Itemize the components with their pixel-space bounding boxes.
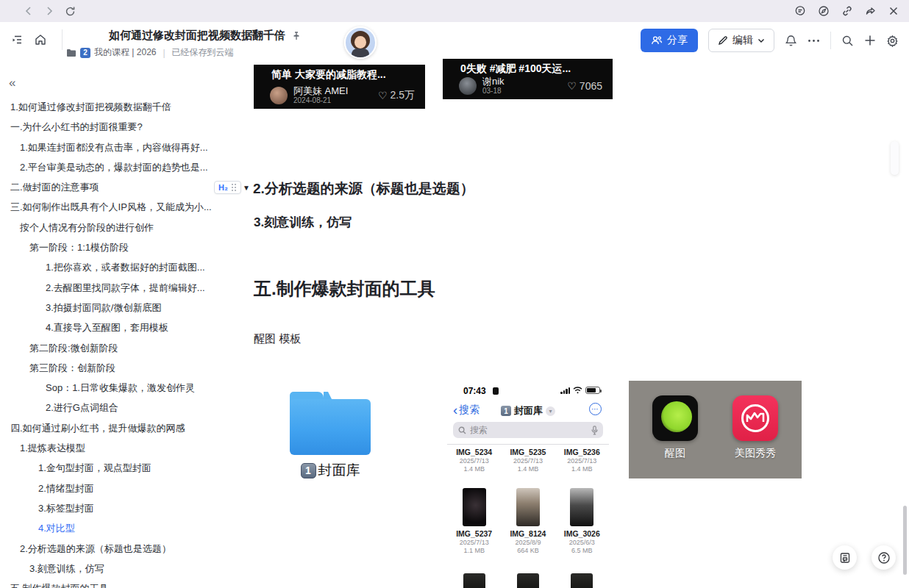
toc-item[interactable]: 1.如何通过修改封面把视频数据翻千倍 <box>0 97 215 117</box>
folder-number-badge: 2 <box>80 48 90 58</box>
toc-item[interactable]: 1.提炼表达模型 <box>0 438 215 458</box>
author-name: 阿美妹 AMEI <box>293 86 348 96</box>
block-type-handle[interactable]: H₂ <box>214 181 241 194</box>
battery-icon <box>585 387 600 394</box>
toc-item[interactable]: 3.标签型封面 <box>0 498 215 518</box>
compass-icon[interactable] <box>818 5 830 17</box>
settings-gear-icon[interactable] <box>886 35 899 47</box>
section-heading[interactable]: 3.刻意训练，仿写 <box>254 214 352 231</box>
file-date: 2025/7/13 <box>555 457 609 465</box>
chevron-down-icon[interactable]: ▾ <box>546 406 555 416</box>
toc-item[interactable]: 4.直接导入至醒图，套用模板 <box>0 318 215 337</box>
share-window-icon[interactable] <box>865 5 877 17</box>
video-cover-card[interactable]: 0失败 #减肥 #100天运... 谢nik 03-18 ♡7065 <box>443 59 613 99</box>
toolbar-divider <box>830 32 831 49</box>
author-name: 谢nik <box>482 76 505 87</box>
sidebar-scroll-handle[interactable] <box>891 141 899 175</box>
file-item[interactable]: IMG_5236 2025/7/13 1.4 MB <box>555 448 609 473</box>
publish-date: 2024-08-21 <box>293 96 348 105</box>
section-heading[interactable]: 2.分析选题的来源（标题也是选题） <box>253 179 474 198</box>
file-item[interactable]: IMG_8124 2025/8/9 664 KB <box>501 488 555 555</box>
cellular-signal-icon <box>560 387 570 394</box>
toc-item[interactable]: 第三阶段：创新阶段 <box>0 358 215 378</box>
edit-button[interactable]: 编辑 <box>708 29 774 52</box>
app-xingtu[interactable]: 醒图 <box>652 395 699 478</box>
breadcrumb-folder-name[interactable]: 我的课程 | 2026 <box>94 46 156 59</box>
toc-item[interactable]: 二.做封面的注意事项 <box>0 177 215 197</box>
question-mark-icon <box>877 551 891 564</box>
toc-item-active[interactable]: 4.对比型 <box>0 518 215 538</box>
more-options-icon[interactable]: ⋯ <box>589 403 602 415</box>
sidebar-collapse-icon[interactable]: « <box>9 76 15 89</box>
browser-back-icon[interactable] <box>24 6 34 16</box>
comment-icon[interactable] <box>794 5 806 17</box>
share-button[interactable]: 分享 <box>641 29 698 52</box>
close-window-icon[interactable] <box>888 6 899 16</box>
toc-item[interactable]: 1.把你喜欢，或者数据好的封面截图... <box>0 257 215 277</box>
document-title: 如何通过修改封面把视频数据翻千倍 <box>109 29 285 43</box>
video-cover-card[interactable]: 简单 大家要的减脂教程... 阿美妹 AMEI 2024-08-21 ♡2.5万 <box>254 65 425 109</box>
toc-item[interactable]: 第一阶段：1:1模仿阶段 <box>0 237 215 257</box>
document-toolbar: 如何通过修改封面把视频数据翻千倍 2 我的课程 | 2026 | 已经保存到云端… <box>0 22 909 60</box>
app-name: 醒图 <box>652 447 699 460</box>
home-icon[interactable] <box>34 33 47 46</box>
search-icon[interactable] <box>841 35 854 47</box>
xingtu-app-icon <box>652 395 698 441</box>
toc-item[interactable]: 2.去醒图里找同款字体，提前编辑好... <box>0 278 215 298</box>
breadcrumb[interactable]: 2 我的课程 | 2026 | 已经保存到云端 <box>66 46 234 59</box>
drag-handle-icon[interactable] <box>231 183 237 192</box>
more-ellipsis-icon[interactable] <box>808 39 820 43</box>
file-item[interactable]: IMG_5234 2025/7/13 1.4 MB <box>447 448 501 473</box>
link-icon[interactable] <box>841 5 853 17</box>
browser-refresh-icon[interactable] <box>65 6 76 17</box>
toc-item[interactable]: 三.如何制作出既具有个人IP风格，又能成为小... <box>0 197 215 217</box>
file-item[interactable]: IMG_3026 2025/6/3 6.5 MB <box>555 488 609 555</box>
heart-icon: ♡ <box>378 90 388 101</box>
user-avatar[interactable] <box>344 26 377 59</box>
file-name: IMG_5236 <box>555 448 609 457</box>
toc-item[interactable]: 3.刻意训练，仿写 <box>0 559 215 578</box>
wifi-icon <box>573 387 582 394</box>
section-heading-tools[interactable]: 五.制作爆款封面的工具 <box>254 277 435 301</box>
file-item[interactable]: IMG_5237 2025/7/13 1.1 MB <box>447 488 501 555</box>
divider <box>447 444 609 445</box>
toc-item[interactable]: 四.如何通过刷小红书，提升做爆款的网感 <box>0 418 215 438</box>
toc-item[interactable]: 1.金句型封面，观点型封面 <box>0 458 215 478</box>
notification-bell-icon[interactable] <box>785 35 797 47</box>
help-button[interactable] <box>871 545 896 570</box>
toc-item[interactable]: 五.制作爆款封面的工具 <box>0 578 215 588</box>
toc-item[interactable]: 按个人情况有分阶段的进行创作 <box>0 218 215 237</box>
toc-item[interactable]: 2.进行G点词组合 <box>0 398 215 417</box>
people-icon <box>651 35 663 46</box>
pin-icon[interactable] <box>291 31 302 41</box>
toc-item[interactable]: Sop：1.日常收集爆款，激发创作灵 <box>0 378 215 398</box>
breadcrumb-separator: | <box>163 48 165 58</box>
create-new-icon[interactable] <box>864 35 876 46</box>
folder-name: 封面库 <box>318 461 360 480</box>
file-thumbnail <box>516 488 540 526</box>
file-name: IMG_3026 <box>555 529 609 539</box>
search-input[interactable]: 搜索 <box>453 422 603 438</box>
toc-item[interactable]: 1.如果连封面都没有点击率，内容做得再好... <box>0 137 215 157</box>
file-date: 2025/7/13 <box>447 539 501 547</box>
browser-forward-icon[interactable] <box>44 6 54 16</box>
toc-item[interactable]: 2.分析选题的来源（标题也是选题） <box>0 539 215 559</box>
file-size: 1.1 MB <box>447 547 501 555</box>
collapse-caret-icon[interactable]: ▼ <box>243 184 250 192</box>
toc-item[interactable]: 一.为什么小红书的封面很重要? <box>0 117 215 137</box>
toc-item[interactable]: 第二阶段:微创新阶段 <box>0 338 215 358</box>
toc-item[interactable]: 3.拍摄封面同款/微创新底图 <box>0 298 215 318</box>
feedback-button[interactable] <box>833 545 857 570</box>
toc-item[interactable]: 2.情绪型封面 <box>0 478 215 498</box>
app-meitu[interactable]: 美图秀秀 <box>732 395 779 478</box>
folder-shortcut[interactable]: 1 封面库 <box>283 392 377 480</box>
search-icon <box>458 426 466 434</box>
outline-toggle-icon[interactable] <box>10 33 24 46</box>
scrollbar-thumb[interactable] <box>903 506 907 575</box>
file-date: 2025/7/13 <box>447 457 501 465</box>
paragraph-text[interactable]: 醒图 模板 <box>254 332 301 346</box>
mic-icon[interactable] <box>591 426 598 435</box>
file-item[interactable]: IMG_5235 2025/7/13 1.4 MB <box>501 448 555 473</box>
toc-item[interactable]: 2.平台审美是动态的，爆款封面的趋势也是... <box>0 157 215 177</box>
meitu-app-icon <box>732 395 778 441</box>
